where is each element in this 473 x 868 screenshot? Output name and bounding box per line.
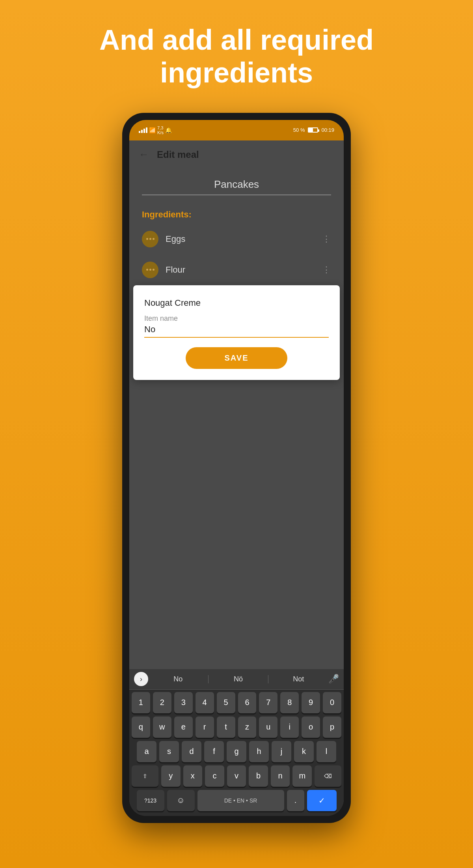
- key-m[interactable]: m: [292, 765, 312, 787]
- key-2[interactable]: 2: [153, 692, 171, 713]
- key-k[interactable]: k: [294, 741, 314, 762]
- keyboard-suggestions: › No Nö Not 🎤: [129, 669, 344, 690]
- key-row-asdf: a s d f g h j k l: [132, 741, 341, 762]
- ingredient-icon-eggs: [142, 231, 158, 247]
- save-button[interactable]: SAVE: [186, 347, 287, 369]
- key-a[interactable]: a: [137, 741, 156, 762]
- key-p[interactable]: p: [323, 716, 341, 738]
- key-4[interactable]: 4: [196, 692, 214, 713]
- key-s[interactable]: s: [159, 741, 179, 762]
- key-6[interactable]: 6: [238, 692, 257, 713]
- status-bar: 📶 7,3K/s 🔔 50 % 00:19: [129, 120, 344, 140]
- dot: [146, 269, 148, 271]
- suggestion-no[interactable]: No: [148, 675, 209, 683]
- item-name-input[interactable]: [144, 324, 329, 338]
- dot: [149, 269, 151, 271]
- suggestion-expand-button[interactable]: ›: [134, 672, 148, 686]
- phone-container: 📶 7,3K/s 🔔 50 % 00:19 ← Edit meal: [122, 113, 351, 823]
- key-x[interactable]: x: [183, 765, 203, 787]
- key-v[interactable]: v: [227, 765, 246, 787]
- shift-key[interactable]: ⇧: [132, 765, 158, 787]
- meal-name-section: [129, 169, 344, 202]
- suggestions-list: No Nö Not: [148, 675, 328, 683]
- meal-name-input[interactable]: [142, 178, 331, 195]
- signal-strength: [139, 127, 147, 133]
- clock: 00:19: [321, 127, 334, 133]
- dot: [153, 238, 155, 240]
- key-w[interactable]: w: [153, 716, 171, 738]
- dot: [153, 269, 155, 271]
- space-key[interactable]: DE • EN • SR: [197, 790, 284, 811]
- signal-icons: 📶 7,3K/s 🔔: [139, 125, 172, 135]
- key-row-qwerty: q w e r t z u i o p: [132, 716, 341, 738]
- battery-fill: [309, 128, 313, 132]
- ingredient-more-eggs[interactable]: ⋮: [322, 234, 331, 244]
- back-button[interactable]: ←: [139, 148, 149, 161]
- key-5[interactable]: 5: [217, 692, 235, 713]
- dialog-box: Nougat Creme Item name SAVE: [133, 285, 340, 380]
- data-speed: 7,3K/s: [157, 125, 164, 135]
- key-y[interactable]: y: [161, 765, 181, 787]
- ingredient-dots-2: [146, 269, 155, 271]
- keyboard-area: › No Nö Not 🎤 1 2 3 4 5 6 7: [129, 669, 344, 816]
- period-key[interactable]: .: [287, 790, 304, 811]
- key-7[interactable]: 7: [259, 692, 277, 713]
- keyboard-rows: 1 2 3 4 5 6 7 8 9 0 q w e r t: [129, 690, 344, 816]
- key-b[interactable]: b: [249, 765, 268, 787]
- battery-percent: 50 %: [293, 127, 305, 133]
- content-area: Ingredients: Eggs ⋮: [129, 169, 344, 669]
- key-row-numbers: 1 2 3 4 5 6 7 8 9 0: [132, 692, 341, 713]
- key-l[interactable]: l: [317, 741, 336, 762]
- ingredient-name-flour: Flour: [166, 265, 315, 275]
- key-i[interactable]: i: [280, 716, 299, 738]
- backspace-key[interactable]: ⌫: [315, 765, 341, 787]
- key-g[interactable]: g: [227, 741, 246, 762]
- key-q[interactable]: q: [132, 716, 150, 738]
- enter-key[interactable]: ✓: [307, 790, 337, 811]
- field-label: Item name: [144, 314, 329, 323]
- num-key[interactable]: ?123: [137, 790, 164, 811]
- key-1[interactable]: 1: [132, 692, 150, 713]
- key-t[interactable]: t: [217, 716, 235, 738]
- key-n[interactable]: n: [271, 765, 290, 787]
- dot: [146, 238, 148, 240]
- ingredient-name-eggs: Eggs: [166, 234, 315, 244]
- autocomplete-suggestion[interactable]: Nougat Creme: [144, 296, 329, 314]
- key-9[interactable]: 9: [302, 692, 320, 713]
- mic-icon[interactable]: 🎤: [328, 674, 339, 684]
- app-header: ← Edit meal: [129, 140, 344, 169]
- key-h[interactable]: h: [249, 741, 269, 762]
- signal-bar-1: [139, 131, 140, 133]
- ingredient-item-eggs: Eggs ⋮: [129, 224, 344, 254]
- ingredients-label: Ingredients:: [129, 202, 344, 224]
- suggestion-not[interactable]: Not: [268, 675, 328, 683]
- key-e[interactable]: e: [174, 716, 193, 738]
- wifi-icon: 📶: [149, 127, 156, 133]
- signal-bar-3: [143, 129, 145, 133]
- page-title: Edit meal: [157, 149, 199, 160]
- status-right: 50 % 00:19: [293, 127, 334, 133]
- key-0[interactable]: 0: [323, 692, 341, 713]
- key-row-bottom: ?123 ☺ DE • EN • SR . ✓: [132, 790, 341, 811]
- emoji-key[interactable]: ☺: [167, 790, 195, 811]
- phone-screen: 📶 7,3K/s 🔔 50 % 00:19 ← Edit meal: [129, 120, 344, 816]
- ingredient-more-flour[interactable]: ⋮: [322, 265, 331, 275]
- key-f[interactable]: f: [204, 741, 224, 762]
- ingredient-item-flour: Flour ⋮: [129, 254, 344, 285]
- ingredient-icon-flour: [142, 262, 158, 278]
- ingredient-dots: [146, 238, 155, 240]
- signal-bar-4: [146, 127, 147, 133]
- key-c[interactable]: c: [205, 765, 224, 787]
- status-left: 📶 7,3K/s 🔔: [139, 125, 172, 135]
- signal-bar-2: [141, 130, 143, 133]
- key-z[interactable]: z: [238, 716, 257, 738]
- key-r[interactable]: r: [196, 716, 214, 738]
- key-3[interactable]: 3: [174, 692, 193, 713]
- key-d[interactable]: d: [182, 741, 201, 762]
- battery-icon: [308, 127, 318, 133]
- key-j[interactable]: j: [272, 741, 291, 762]
- suggestion-noe[interactable]: Nö: [209, 675, 269, 683]
- key-o[interactable]: o: [302, 716, 320, 738]
- key-8[interactable]: 8: [280, 692, 299, 713]
- key-u[interactable]: u: [259, 716, 277, 738]
